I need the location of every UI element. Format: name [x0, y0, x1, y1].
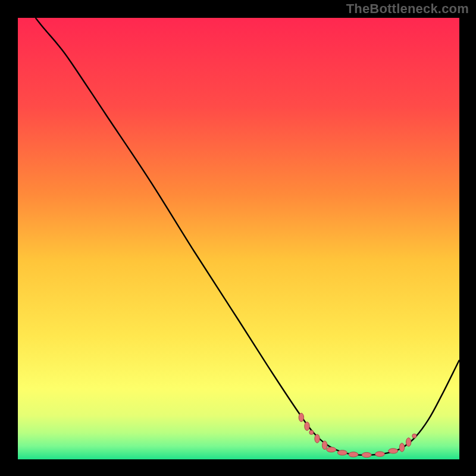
- chart-svg: [0, 0, 476, 476]
- marker-point: [337, 450, 347, 455]
- watermark-text: TheBottleneck.com: [346, 1, 469, 17]
- marker-point: [362, 452, 371, 457]
- marker-point: [375, 452, 384, 456]
- marker-point: [322, 441, 327, 449]
- chart-frame: { "watermark": "TheBottleneck.com", "cha…: [0, 0, 476, 476]
- marker-point: [315, 434, 320, 443]
- plot-background: [18, 18, 459, 459]
- marker-point: [406, 438, 411, 446]
- marker-point: [305, 422, 309, 430]
- marker-point: [309, 430, 314, 434]
- marker-point: [299, 413, 303, 421]
- marker-point: [412, 434, 416, 438]
- marker-point: [327, 447, 336, 452]
- marker-point: [349, 452, 358, 457]
- marker-point: [399, 443, 404, 452]
- marker-point: [389, 449, 398, 453]
